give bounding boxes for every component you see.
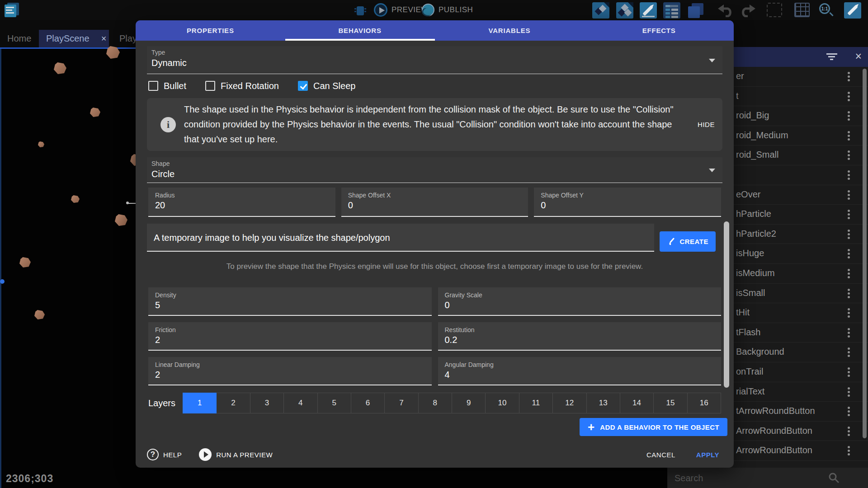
layer-button[interactable]: 16	[687, 393, 721, 413]
item-menu-dots-icon[interactable]	[848, 446, 850, 448]
publish-globe-icon[interactable]	[422, 4, 434, 16]
objects-cubes-icon[interactable]	[616, 2, 633, 19]
run-preview-icon[interactable]	[199, 448, 212, 461]
tab-playscene[interactable]: PlayScene ×	[39, 30, 109, 47]
number-field[interactable]: Restitution 0.2	[438, 322, 722, 351]
item-menu-dots-icon[interactable]	[848, 387, 850, 389]
shape-select[interactable]: Shape Circle	[147, 157, 722, 183]
apply-button[interactable]: APPLY	[696, 451, 719, 459]
layer-button[interactable]: 6	[351, 393, 385, 413]
object-name: rialText	[736, 386, 764, 397]
layer-button[interactable]: 13	[586, 393, 620, 413]
number-field[interactable]: Linear Damping 2	[148, 357, 432, 385]
asteroid-sprite[interactable]	[90, 108, 100, 117]
help-button[interactable]: HELP	[163, 451, 182, 459]
item-menu-dots-icon[interactable]	[848, 170, 850, 173]
layer-button[interactable]: 3	[250, 393, 284, 413]
debug-icon[interactable]	[354, 5, 367, 16]
layer-button[interactable]: 15	[653, 393, 687, 413]
search-input[interactable]	[675, 471, 824, 485]
add-behavior-button[interactable]: + ADD A BEHAVIOR TO THE OBJECT	[580, 418, 727, 436]
layer-button[interactable]: 2	[216, 393, 250, 413]
layer-button[interactable]: 11	[519, 393, 553, 413]
filter-icon[interactable]	[826, 53, 838, 61]
item-menu-dots-icon[interactable]	[848, 347, 850, 350]
checkbox-box[interactable]	[298, 81, 308, 91]
layer-button[interactable]: 14	[620, 393, 654, 413]
project-manager-icon[interactable]	[4, 3, 21, 18]
item-menu-dots-icon[interactable]	[848, 289, 850, 291]
number-field[interactable]: Density 5	[148, 287, 432, 316]
run-preview-button[interactable]: RUN A PREVIEW	[216, 451, 273, 459]
dialog-tab[interactable]: BEHAVIORS	[285, 20, 435, 41]
hide-button[interactable]: HIDE	[690, 121, 722, 128]
item-menu-dots-icon[interactable]	[848, 111, 850, 113]
dialog-tab[interactable]: EFFECTS	[584, 20, 734, 41]
dialog-scrollbar[interactable]	[724, 221, 729, 388]
asteroid-sprite[interactable]	[115, 214, 127, 226]
number-field[interactable]: Friction 2	[148, 322, 432, 351]
tab-home[interactable]: Home	[0, 30, 38, 47]
number-field[interactable]: Radius 20	[148, 188, 335, 217]
number-field[interactable]: Angular Damping 4	[438, 357, 722, 385]
item-menu-dots-icon[interactable]	[848, 92, 850, 94]
panel-scrollbar[interactable]	[863, 69, 867, 438]
item-menu-dots-icon[interactable]	[848, 210, 850, 212]
item-menu-dots-icon[interactable]	[848, 427, 850, 429]
undo-icon[interactable]	[717, 3, 734, 17]
layer-button[interactable]: 10	[485, 393, 519, 413]
dialog-tab[interactable]: VARIABLES	[435, 20, 585, 41]
item-menu-dots-icon[interactable]	[848, 131, 850, 133]
item-menu-dots-icon[interactable]	[848, 328, 850, 330]
physics-checkbox[interactable]: Bullet	[148, 81, 186, 91]
physics-checkbox[interactable]: Can Sleep	[298, 81, 355, 91]
layer-button[interactable]: 12	[552, 393, 586, 413]
layer-button[interactable]: 5	[317, 393, 351, 413]
instance-cube-icon[interactable]	[592, 2, 609, 19]
number-field[interactable]: Gravity Scale 0	[438, 287, 722, 316]
asteroid-sprite[interactable]	[71, 195, 80, 203]
number-field[interactable]: Shape Offset X 0	[341, 188, 528, 217]
asteroid-sprite[interactable]	[38, 141, 44, 147]
asteroid-sprite[interactable]	[54, 62, 66, 74]
help-icon[interactable]: ?	[147, 449, 159, 460]
item-menu-dots-icon[interactable]	[848, 407, 850, 409]
preview-play-icon[interactable]	[374, 3, 387, 17]
publish-button[interactable]: PUBLISH	[439, 5, 473, 14]
layers-icon[interactable]	[687, 2, 704, 19]
zoom-one-to-one-icon[interactable]: 1:1	[818, 3, 834, 18]
layer-button[interactable]: 1	[183, 393, 217, 413]
top-toolbar: PREVIEW PUBLISH 1:1	[0, 0, 868, 20]
number-field[interactable]: Shape Offset Y 0	[534, 188, 721, 217]
dialog-tab[interactable]: PROPERTIES	[136, 20, 285, 41]
physics-checkbox[interactable]: Fixed Rotation	[205, 81, 279, 91]
item-menu-dots-icon[interactable]	[848, 230, 850, 232]
item-menu-dots-icon[interactable]	[848, 249, 850, 251]
close-tab-icon[interactable]: ×	[101, 33, 107, 44]
checkbox-box[interactable]	[148, 81, 158, 91]
temp-image-input[interactable]: A temporary image to help you visualize …	[147, 224, 654, 252]
asteroid-sprite[interactable]	[34, 310, 45, 319]
item-menu-dots-icon[interactable]	[848, 72, 850, 74]
item-menu-dots-icon[interactable]	[848, 367, 850, 370]
scene-edit-icon[interactable]	[844, 2, 861, 19]
checkbox-box[interactable]	[205, 81, 215, 91]
item-menu-dots-icon[interactable]	[848, 269, 850, 271]
type-select[interactable]: Type Dynamic	[147, 46, 722, 74]
create-button[interactable]: CREATE	[660, 231, 716, 252]
layer-button[interactable]: 7	[384, 393, 418, 413]
events-list-icon[interactable]	[663, 2, 680, 19]
layer-button[interactable]: 8	[418, 393, 452, 413]
layer-button[interactable]: 4	[283, 393, 317, 413]
item-menu-dots-icon[interactable]	[848, 190, 850, 192]
panel-close-icon[interactable]: ×	[855, 50, 862, 63]
grid-icon[interactable]	[794, 3, 810, 17]
cancel-button[interactable]: CANCEL	[646, 451, 675, 459]
redo-icon[interactable]	[739, 3, 756, 17]
item-menu-dots-icon[interactable]	[848, 150, 850, 153]
item-menu-dots-icon[interactable]	[848, 308, 850, 310]
asteroid-sprite[interactable]	[19, 257, 31, 267]
edit-pencil-icon[interactable]	[640, 2, 657, 19]
layer-button[interactable]: 9	[452, 393, 486, 413]
capture-selection-icon[interactable]	[767, 3, 782, 17]
